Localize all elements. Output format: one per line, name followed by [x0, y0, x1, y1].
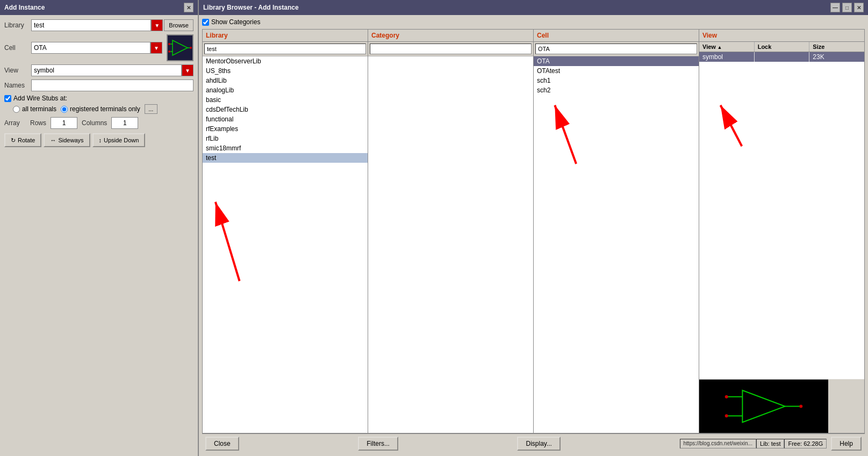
view-col-header: View — [699, 30, 864, 42]
add-instance-title: Add Instance — [4, 4, 45, 11]
wire-stubs-checkbox[interactable] — [4, 95, 11, 102]
array-label: Array — [4, 119, 26, 127]
view-table-body: symbol 23K — [699, 52, 864, 379]
category-list — [368, 56, 533, 433]
view-row-symbol[interactable]: symbol 23K — [699, 52, 864, 62]
minimize-btn[interactable]: — — [830, 3, 840, 12]
view-preview — [699, 379, 828, 433]
list-item[interactable]: smic18mmrf — [203, 143, 368, 153]
cell-list: OTA OTAtest sch1 sch2 — [534, 56, 699, 433]
cell-input[interactable] — [31, 42, 150, 54]
registered-terminals-radio[interactable] — [61, 106, 68, 113]
list-item[interactable]: basic — [203, 95, 368, 105]
cell-dropdown-arrow[interactable]: ▼ — [150, 42, 162, 54]
columns-input[interactable] — [111, 117, 138, 129]
cell-label: Cell — [4, 44, 31, 52]
columns-label: Columns — [82, 119, 107, 127]
view-dropdown-arrow[interactable]: ▼ — [182, 64, 193, 76]
category-column: Category — [368, 30, 534, 433]
list-item[interactable]: analogLib — [203, 85, 368, 95]
show-categories-checkbox[interactable] — [202, 19, 209, 26]
list-item-selected[interactable]: test — [203, 153, 368, 163]
svg-point-5 — [168, 50, 170, 53]
list-item[interactable]: functional — [203, 114, 368, 124]
status-url: https://blog.csdn.net/weixin... — [680, 439, 756, 448]
rows-label: Rows — [30, 119, 46, 127]
help-button[interactable]: Help — [831, 437, 862, 451]
close-btn[interactable]: ✕ — [854, 3, 864, 12]
rotate-icon: ↻ — [11, 137, 16, 144]
library-search[interactable] — [204, 44, 366, 54]
list-item-otatest[interactable]: OTAtest — [534, 66, 699, 76]
all-terminals-radio[interactable] — [13, 106, 20, 113]
svg-point-12 — [725, 414, 728, 417]
add-instance-close-btn[interactable]: ✕ — [184, 3, 193, 12]
add-instance-titlebar: Add Instance ✕ — [0, 0, 198, 15]
list-item-sch2[interactable]: sch2 — [534, 85, 699, 95]
cell-column: Cell OTA OTAtest sch1 sch2 — [534, 30, 699, 433]
list-item[interactable]: cdsDefTechLib — [203, 105, 368, 114]
all-terminals-label: all terminals — [22, 105, 56, 113]
library-label: Library — [4, 21, 31, 29]
svg-marker-7 — [742, 390, 785, 422]
view-th-view[interactable]: View — [699, 42, 755, 52]
svg-point-11 — [725, 395, 728, 399]
category-col-header: Category — [368, 30, 533, 42]
view-label: View — [4, 67, 31, 74]
close-button[interactable]: Close — [205, 437, 239, 451]
rows-input[interactable] — [51, 117, 77, 129]
display-button[interactable]: Display... — [517, 437, 560, 451]
view-th-size[interactable]: Size — [809, 42, 864, 52]
library-list: MentorObserverLib US_8ths ahdlLib analog… — [203, 56, 368, 433]
upside-down-icon: ↕ — [99, 137, 102, 143]
list-item-ota[interactable]: OTA — [534, 56, 699, 66]
svg-point-13 — [799, 405, 802, 408]
view-table-header: View Lock Size — [699, 42, 864, 52]
svg-marker-0 — [173, 40, 188, 55]
view-cell-name: symbol — [699, 52, 755, 62]
library-input[interactable] — [31, 19, 151, 31]
sideways-icon: ↔ — [50, 137, 56, 143]
three-dots-button[interactable]: ... — [145, 104, 157, 114]
status-lib: Lib: test — [756, 439, 785, 448]
registered-terminals-label: registered terminals only — [70, 105, 140, 113]
names-label: Names — [4, 82, 31, 89]
wire-stubs-label: Add Wire Stubs at: — [13, 95, 67, 102]
sideways-button[interactable]: ↔ Sideways — [44, 133, 90, 147]
names-input[interactable] — [31, 79, 193, 91]
library-dropdown-arrow[interactable]: ▼ — [151, 19, 163, 31]
view-input[interactable] — [31, 64, 182, 76]
library-browser-titlebar: Library Browser - Add Instance — □ ✕ — [199, 0, 868, 15]
status-bar: https://blog.csdn.net/weixin... Lib: tes… — [680, 439, 827, 448]
library-browser-title: Library Browser - Add Instance — [203, 4, 299, 11]
browse-button[interactable]: Browse — [164, 19, 193, 31]
list-item[interactable]: ahdlLib — [203, 76, 368, 85]
rotate-button[interactable]: ↻ Rotate — [4, 133, 41, 147]
svg-point-4 — [168, 43, 170, 45]
maximize-btn[interactable]: □ — [842, 3, 852, 12]
list-item[interactable]: US_8ths — [203, 66, 368, 76]
library-column: Library MentorObserverLib US_8ths ahdlLi… — [203, 30, 368, 433]
filters-button[interactable]: Filters... — [358, 437, 398, 451]
view-cell-size: 23K — [809, 52, 864, 62]
list-item[interactable]: rfExamples — [203, 124, 368, 134]
upside-down-button[interactable]: ↕ Upside Down — [92, 133, 146, 147]
symbol-preview — [167, 34, 193, 61]
cell-col-header: Cell — [534, 30, 699, 42]
status-free: Free: 62.28G — [784, 439, 827, 448]
svg-point-6 — [190, 47, 192, 49]
show-categories-label: Show Categories — [211, 18, 260, 26]
list-item[interactable]: rfLib — [203, 134, 368, 143]
category-search[interactable] — [370, 44, 532, 54]
view-column: View View Lock Size symbol 23K — [699, 30, 864, 433]
bottom-bar: Close Filters... Display... https://blog… — [202, 433, 865, 453]
list-item[interactable]: MentorObserverLib — [203, 56, 368, 66]
library-col-header: Library — [203, 30, 368, 42]
view-th-lock[interactable]: Lock — [755, 42, 810, 52]
view-cell-lock — [755, 52, 810, 62]
cell-search[interactable] — [535, 44, 697, 54]
list-item-sch1[interactable]: sch1 — [534, 76, 699, 85]
